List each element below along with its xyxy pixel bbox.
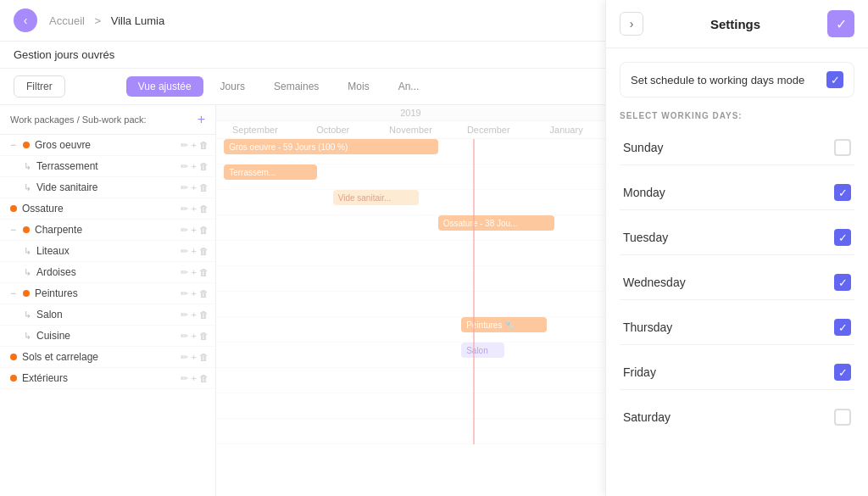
- task-actions: ✏ + 🗑: [181, 267, 209, 278]
- day-name-thursday: Thursday: [623, 320, 672, 334]
- gantt-bar-label: Vide sanitair...: [338, 193, 392, 203]
- task-actions: ✏ + 🗑: [181, 182, 209, 193]
- task-label: Extérieurs: [22, 372, 175, 384]
- task-row: ↳ Salon ✏ + 🗑: [0, 304, 215, 326]
- task-actions: ✏ + 🗑: [181, 140, 209, 151]
- task-actions: ✏ + 🗑: [181, 352, 209, 363]
- task-label: Vide sanitaire: [36, 181, 175, 193]
- gantt-bar-row-empty: [216, 368, 605, 393]
- collapse-icon[interactable]: −: [10, 139, 16, 151]
- day-name-monday: Monday: [623, 186, 665, 199]
- task-label: Terrassement: [36, 160, 175, 172]
- gantt-month-oct: October: [294, 121, 372, 138]
- filter-button[interactable]: Filtrer: [14, 75, 65, 98]
- gantt-bar-row: Gros oeuvre - 59 Jours (100 %): [216, 139, 605, 164]
- breadcrumb-separator: >: [95, 14, 102, 27]
- gantt-bar-label: Ossature - 38 Jou...: [443, 219, 518, 228]
- day-checkbox-sunday[interactable]: [834, 139, 851, 156]
- settings-body: Set schedule to working days mode ✓ SELE…: [606, 48, 868, 448]
- header: ‹ Accueil > Villa Lumia: [0, 0, 605, 42]
- day-checkbox-thursday[interactable]: ✓: [834, 319, 851, 336]
- gantt-bar-row-empty: [216, 419, 605, 444]
- day-name-saturday: Saturday: [623, 410, 670, 424]
- back-button[interactable]: ‹: [14, 8, 37, 32]
- working-days-label: Gestion jours ouvrés: [14, 48, 114, 61]
- task-label: Liteaux: [36, 245, 175, 257]
- gantt-bar-gros-oeuvre[interactable]: Gros oeuvre - 59 Jours (100 %): [224, 139, 437, 154]
- settings-nav-button[interactable]: ›: [620, 12, 643, 36]
- gantt-bar-terrassement[interactable]: Terrassem...: [224, 164, 317, 180]
- task-actions: ✏ + 🗑: [181, 309, 209, 320]
- day-name-friday: Friday: [623, 365, 656, 379]
- working-mode-checkbox[interactable]: ✓: [826, 71, 843, 88]
- gantt-bar-row-empty: [216, 292, 605, 317]
- chevron-right-icon: ›: [630, 17, 634, 31]
- gantt-bar-salon[interactable]: Salon: [461, 343, 504, 358]
- gantt-bar-row: Vide sanitair...: [216, 190, 605, 215]
- gantt-bar-vide-sanitaire[interactable]: Vide sanitair...: [333, 190, 419, 205]
- task-row: Ossature ✏ + 🗑: [0, 198, 215, 220]
- settings-header: › Settings ✓: [606, 0, 868, 48]
- gantt-bar-row-empty: [216, 241, 605, 266]
- task-label: Sols et carrelage: [22, 351, 175, 363]
- task-actions: ✏ + 🗑: [181, 288, 209, 299]
- gantt-bar-ossature[interactable]: Ossature - 38 Jou...: [438, 215, 555, 231]
- tab-vue-ajustee[interactable]: Vue ajustée: [126, 76, 203, 97]
- working-mode-row: Set schedule to working days mode ✓: [620, 62, 854, 98]
- task-actions: ✏ + 🗑: [181, 246, 209, 257]
- task-actions: ✏ + 🗑: [181, 373, 209, 384]
- gantt-bar-label: Gros oeuvre - 59 Jours (100 %): [229, 142, 348, 152]
- settings-save-button[interactable]: ✓: [827, 10, 854, 37]
- indent-arrow: ↳: [24, 161, 31, 172]
- gantt-area: 2019 September October November December…: [216, 105, 605, 496]
- gantt-bars-container: Gros oeuvre - 59 Jours (100 %) Terrassem…: [216, 139, 605, 444]
- task-label: Ardoises: [36, 266, 175, 278]
- task-label: Ossature: [22, 203, 175, 215]
- gantt-today-line: [473, 139, 475, 444]
- breadcrumb-project: Villa Lumia: [111, 14, 164, 27]
- task-label: Cuisine: [36, 330, 175, 342]
- task-row: ↳ Cuisine ✏ + 🗑: [0, 326, 215, 347]
- check-icon: ✓: [836, 16, 847, 32]
- tasks-list-title: Work packages / Sub-work pack:: [10, 114, 147, 125]
- day-row-wednesday: Wednesday ✓: [620, 265, 854, 300]
- indent-arrow: ↳: [24, 267, 31, 278]
- working-days-banner: Gestion jours ouvrés: [0, 42, 605, 69]
- day-checkbox-tuesday[interactable]: ✓: [834, 229, 851, 246]
- collapse-icon[interactable]: −: [10, 224, 16, 236]
- day-checkbox-friday[interactable]: ✓: [834, 364, 851, 381]
- gantt-bar-row: Peintures 🔧: [216, 317, 605, 343]
- content-area: Work packages / Sub-work pack: + − Gros …: [0, 105, 605, 496]
- indent-arrow: ↳: [24, 246, 31, 257]
- task-dot: [23, 290, 30, 297]
- gantt-bar-label: Salon: [466, 346, 488, 355]
- gantt-month-sep: September: [216, 121, 294, 138]
- task-row: Extérieurs ✏ + 🗑: [0, 368, 215, 389]
- gantt-month-jan: January: [527, 121, 605, 138]
- tasks-list: Work packages / Sub-work pack: + − Gros …: [0, 105, 216, 496]
- day-row-monday: Monday ✓: [620, 176, 854, 210]
- day-checkbox-saturday[interactable]: [834, 409, 851, 426]
- add-task-icon[interactable]: +: [198, 112, 205, 127]
- settings-panel: › Settings ✓ Set schedule to working day…: [605, 0, 868, 496]
- task-row: ↳ Ardoises ✏ + 🗑: [0, 262, 215, 283]
- task-row: ↳ Liteaux ✏ + 🗑: [0, 241, 215, 262]
- task-row: − Peintures ✏ + 🗑: [0, 283, 215, 304]
- task-row: − Gros oeuvre ✏ + 🗑: [0, 135, 215, 156]
- day-checkbox-monday[interactable]: ✓: [834, 184, 851, 201]
- tab-mois[interactable]: Mois: [336, 76, 381, 97]
- collapse-icon[interactable]: −: [10, 287, 16, 299]
- select-days-label: SELECT WORKING DAYS:: [620, 111, 854, 120]
- task-label: Peintures: [35, 287, 175, 299]
- tab-semaines[interactable]: Semaines: [262, 76, 331, 97]
- tab-jours[interactable]: Jours: [209, 76, 257, 97]
- tab-annual[interactable]: An...: [387, 76, 431, 97]
- gantt-bar-row-empty: [216, 393, 605, 419]
- day-name-wednesday: Wednesday: [623, 276, 686, 289]
- toolbar: Filtrer Vue ajustée Jours Semaines Mois …: [0, 69, 605, 105]
- gantt-bar-row: Salon: [216, 343, 605, 368]
- day-row-saturday: Saturday: [620, 400, 854, 434]
- breadcrumb-home[interactable]: Accueil: [49, 14, 85, 27]
- day-checkbox-wednesday[interactable]: ✓: [834, 274, 851, 291]
- breadcrumb: Accueil > Villa Lumia: [46, 14, 168, 27]
